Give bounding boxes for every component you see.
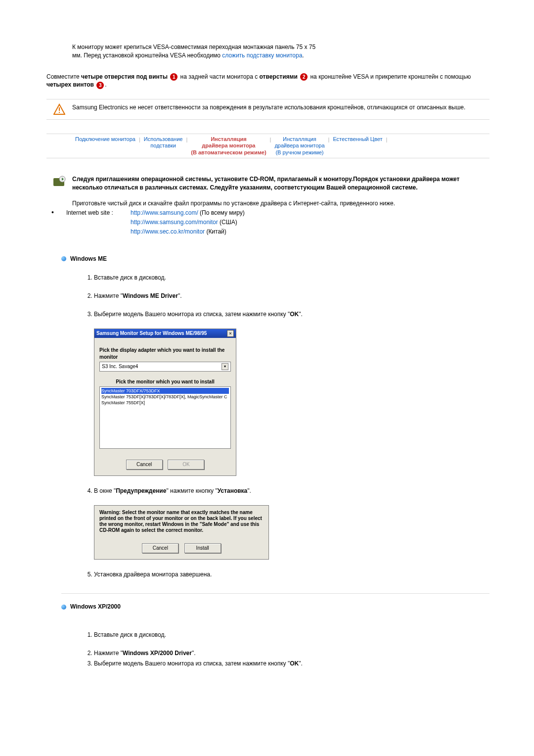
align-end: .	[105, 81, 106, 88]
circle-3-icon: 3	[96, 82, 104, 89]
align-bold3: четырех винтов	[46, 81, 95, 88]
cdrom-body: Следуя приглашениям операционной системы…	[72, 175, 490, 237]
dialog1-close-button[interactable]: ×	[227, 330, 234, 337]
warning-triangle-icon	[53, 103, 65, 115]
win-xp-s2b: Windows XP/2000 Driver	[123, 650, 192, 657]
svg-rect-2	[59, 112, 60, 113]
win-me-s2b: Windows ME Driver	[123, 292, 178, 299]
tab-auto-l2: драйвера монитора	[202, 142, 255, 148]
ok-button[interactable]: OK	[168, 460, 204, 470]
win-me-step5: Установка драйвера монитора завершена.	[94, 570, 490, 579]
link-samsung-com-tail: (По всему миру)	[198, 209, 245, 216]
header-windows-xp2000: Windows XP/2000	[61, 603, 490, 611]
tab-natural-color[interactable]: Естественный Цвет	[330, 136, 385, 142]
tab-manual-l3: (В ручном режиме)	[275, 149, 323, 155]
svg-rect-1	[59, 107, 60, 111]
tab-use-stand-l2: подставки	[150, 142, 176, 148]
win-me-s4a: В окне "	[94, 487, 116, 494]
tab-connect-monitor[interactable]: Подключение монитора	[72, 136, 138, 142]
warning-dialog-text: Warning: Select the monitor name that ex…	[99, 510, 264, 533]
win-me-s4b: Предупреждение	[116, 487, 166, 494]
tab-driver-install-auto[interactable]: Инсталляция драйвера монитора (В автомат…	[188, 136, 269, 156]
align-mid2: на кронштейне VESA и прикрепите кронштей…	[309, 73, 471, 80]
align-mid1: на задней части монитора с	[178, 73, 259, 80]
vesa-info-box: К монитору может крепиться VESA-совмести…	[72, 42, 490, 61]
menu-sep: |	[385, 136, 388, 143]
win-me-s2c: ".	[178, 292, 182, 299]
win-me-s3b: OK	[290, 311, 299, 318]
list-item[interactable]: SyncMaster 703DFX/753DFX	[101, 388, 229, 394]
site-label: Internet web site :	[66, 209, 131, 236]
list-item[interactable]: SyncMaster 755DF[X]	[101, 400, 229, 406]
monitor-list[interactable]: SyncMaster 703DFX/753DFX SyncMaster 753D…	[99, 386, 231, 449]
warning-dialog: Warning: Select the monitor name that ex…	[94, 505, 269, 560]
win-xp-step2: Нажмите "Windows XP/2000 Driver".	[94, 649, 490, 658]
cancel-button[interactable]: Cancel	[126, 460, 163, 470]
win-xp-s3c: ".	[299, 660, 303, 667]
win-me-s2a: Нажмите "	[94, 292, 123, 299]
cdrom-hint: Приготовьте чистый диск и скачайте файл …	[72, 199, 490, 208]
link-sec-co-kr[interactable]: http://www.sec.co.kr/monitor	[131, 228, 205, 235]
site-links: http://www.samsung.com/ (По всему миру) …	[131, 209, 490, 236]
header-windows-me: Windows ME	[61, 255, 490, 263]
content: К монитору может крепиться VESA-совмести…	[46, 0, 490, 668]
disclaimer-box: Samsung Electronics не несет ответственн…	[46, 99, 490, 120]
monitor-setup-dialog: Samsung Monitor Setup for Windows ME/98/…	[94, 329, 236, 476]
fold-stand-link[interactable]: сложить подставку монитора	[222, 52, 302, 59]
win-me-s4c: " нажмите кнопку "	[166, 487, 217, 494]
vesa-line2b: .	[302, 52, 304, 59]
divider	[61, 593, 490, 594]
page: К монитору может крепиться VESA-совмести…	[0, 0, 534, 756]
adapter-combo[interactable]: S3 Inc. Savage4 ▾	[99, 362, 231, 372]
install-button[interactable]: Install	[184, 543, 221, 553]
win-me-s3c: ".	[299, 311, 303, 318]
win-me-step1: Вставьте диск в дисковод.	[94, 274, 490, 282]
win-me-s3a: Выберите модель Вашего монитора из списк…	[94, 311, 290, 318]
steps-win-me-cont: В окне "Предупреждение" нажмите кнопку "…	[82, 487, 490, 495]
vesa-line1: К монитору может крепиться VESA-совмести…	[72, 44, 315, 50]
win-xp-s2a: Нажмите "	[94, 650, 123, 657]
internet-site-row: • Internet web site : http://www.samsung…	[46, 209, 490, 236]
tab-driver-install-manual[interactable]: Инсталляция драйвера монитора (В ручном …	[271, 136, 327, 156]
dialog1-holder: Samsung Monitor Setup for Windows ME/98/…	[94, 329, 490, 476]
win-xp-s3a: Выберите модель Вашего монитора из списк…	[94, 660, 290, 667]
windows-me-title: Windows ME	[70, 255, 107, 263]
win-xp-s3b: OK	[290, 660, 299, 667]
tab-auto-l1: Инсталляция	[211, 136, 247, 142]
tab-menu: Подключение монитора | Использование под…	[46, 134, 490, 158]
link-sec-co-kr-tail: (Китай)	[205, 228, 226, 235]
steps-win-me: Вставьте диск в дисковод. Нажмите "Windo…	[82, 274, 490, 318]
steps-win-xp: Вставьте диск в дисковод. Нажмите "Windo…	[82, 631, 490, 667]
list-item[interactable]: SyncMaster 753DF[X]/783DF[X]/783DF[X], M…	[101, 394, 229, 400]
cancel-button[interactable]: Cancel	[142, 543, 178, 553]
align-paragraph: Совместите четыре отверстия под винты 1 …	[46, 73, 490, 90]
tab-use-stand-l1: Использование	[144, 136, 183, 142]
link-samsung-monitor-tail: (США)	[218, 219, 237, 226]
steps-win-me-end: Установка драйвера монитора завершена.	[82, 570, 490, 579]
disclaimer-text: Samsung Electronics не несет ответственн…	[72, 103, 490, 112]
link-samsung-monitor[interactable]: http://www.samsung.com/monitor	[131, 219, 218, 226]
link-samsung-com[interactable]: http://www.samsung.com/	[131, 209, 198, 216]
tab-manual-l2: драйвера монитора	[274, 142, 324, 148]
cdrom-bold: Следуя приглашениям операционной системы…	[72, 175, 490, 192]
chevron-down-icon[interactable]: ▾	[222, 363, 228, 370]
win-xp-step3: Выберите модель Вашего монитора из списк…	[94, 660, 490, 668]
win-xp-s2c: ".	[192, 650, 196, 657]
bullet-blue-icon	[61, 256, 66, 261]
dialog1-title-text: Samsung Monitor Setup for Windows ME/98/…	[96, 330, 207, 337]
dialog1-body: Pick the display adapter which you want …	[94, 338, 236, 475]
warning-dialog-buttons: Cancel Install	[99, 543, 264, 553]
dialog1-label1: Pick the display adapter which you want …	[99, 347, 231, 361]
tab-auto-l3: (В автоматическом режиме)	[191, 149, 266, 155]
tab-use-stand[interactable]: Использование подставки	[141, 136, 186, 149]
dialog1-label2: Pick the monitor which you want to insta…	[99, 378, 231, 385]
align-a: Совместите	[46, 73, 81, 80]
win-me-step2: Нажмите "Windows ME Driver".	[94, 292, 490, 300]
adapter-combo-value: S3 Inc. Savage4	[102, 363, 138, 370]
circle-1-icon: 1	[170, 73, 178, 81]
circle-2-icon: 2	[300, 73, 308, 81]
vesa-line2a: мм. Перед установкой кронштейна VESA нео…	[72, 52, 222, 59]
bullet-blue-icon	[61, 605, 66, 610]
cdrom-bold-text: Следуя приглашениям операционной системы…	[72, 176, 460, 191]
dialog1-buttons: Cancel OK	[99, 460, 231, 470]
